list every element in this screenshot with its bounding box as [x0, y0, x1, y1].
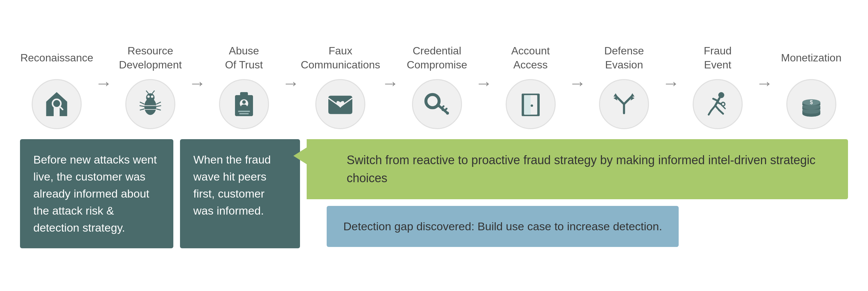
main-container: Reconaissance → ResourceDevelopment [20, 43, 848, 248]
house-search-icon [42, 89, 72, 119]
arrow-3: → [281, 43, 301, 93]
stage-account-access-circle [506, 79, 556, 129]
stage-faux-communications-circle [315, 79, 365, 129]
stage-monetization-circle: $ [786, 79, 836, 129]
green-banner-text: Switch from reactive to proactive fraud … [347, 151, 822, 187]
arrow-5: → [474, 43, 494, 93]
svg-marker-41 [630, 93, 635, 96]
bug-icon [135, 89, 165, 119]
green-banner: Switch from reactive to proactive fraud … [307, 139, 848, 199]
stage-defense-evasion: Defense Evasion [587, 43, 661, 129]
stage-abuse-of-trust-label: AbuseOf Trust [225, 43, 263, 73]
fork-arrows-icon [609, 89, 639, 119]
stage-reconaissance: Reconaissance [20, 43, 94, 129]
stage-resource-development: ResourceDevelopment [114, 43, 187, 129]
svg-line-7 [152, 90, 154, 93]
key-icon [422, 89, 452, 119]
info-box-fraud-wave: When the fraud wave hit peers first, cus… [180, 139, 300, 248]
svg-rect-17 [240, 92, 248, 98]
stage-defense-evasion-circle [599, 79, 649, 129]
svg-point-20 [241, 104, 247, 109]
arrow-1: → [94, 43, 114, 93]
svg-line-46 [711, 106, 715, 111]
info-box-before-attacks-text: Before new attacks went live, the custom… [33, 153, 157, 234]
svg-line-13 [156, 109, 161, 110]
stage-fraud-event-label: FraudEvent [704, 43, 732, 73]
svg-line-10 [140, 109, 145, 110]
blue-box: Detection gap discovered: Build use case… [327, 206, 679, 247]
svg-line-49 [719, 110, 723, 114]
svg-line-12 [156, 106, 161, 107]
svg-point-4 [147, 95, 150, 97]
svg-point-33 [531, 104, 533, 107]
svg-line-45 [717, 102, 721, 104]
stage-faux-communications-label: FauxCommunications [301, 43, 380, 73]
info-row: Before new attacks went live, the custom… [20, 139, 848, 248]
stage-credential-compromise-label: CredentialCompromise [407, 43, 467, 73]
info-box-before-attacks: Before new attacks went live, the custom… [20, 139, 173, 248]
running-person-icon [703, 89, 733, 119]
stage-monetization-label: Monetization [781, 43, 841, 73]
svg-point-27 [437, 104, 440, 107]
svg-marker-40 [614, 93, 618, 96]
stage-resource-development-label: ResourceDevelopment [119, 43, 182, 73]
svg-text:$: $ [810, 99, 813, 105]
svg-point-3 [146, 93, 154, 101]
info-box-fraud-wave-text: When the fraud wave hit peers first, cus… [193, 153, 271, 217]
svg-point-28 [441, 108, 444, 111]
coins-icon: $ [796, 89, 826, 119]
svg-rect-32 [524, 95, 531, 115]
arrow-7: → [661, 43, 681, 93]
stage-fraud-event: FraudEvent [681, 43, 755, 129]
svg-point-5 [151, 95, 153, 97]
stages-row: Reconaissance → ResourceDevelopment [20, 43, 848, 129]
svg-point-19 [242, 100, 246, 104]
right-section: Switch from reactive to proactive fraud … [307, 139, 848, 248]
svg-line-36 [624, 96, 632, 104]
stage-reconaissance-label: Reconaissance [20, 43, 93, 73]
svg-line-11 [156, 102, 161, 104]
stage-resource-development-circle [125, 79, 175, 129]
stage-reconaissance-circle [32, 79, 82, 129]
stage-monetization: Monetization $ [774, 43, 848, 129]
stage-abuse-of-trust: AbuseOf Trust [207, 43, 281, 129]
stage-account-access-label: AccountAccess [512, 43, 550, 73]
stage-abuse-of-trust-circle [219, 79, 269, 129]
blue-box-text: Detection gap discovered: Build use case… [343, 220, 662, 233]
badge-icon [229, 89, 259, 119]
svg-line-26 [444, 109, 446, 111]
svg-point-29 [446, 112, 449, 114]
arrow-6: → [567, 43, 587, 93]
arrow-8: → [754, 43, 774, 93]
svg-line-47 [709, 111, 711, 114]
envelope-heart-icon [326, 89, 355, 119]
stage-credential-compromise: CredentialCompromise [400, 43, 474, 129]
arrow-2: → [187, 43, 207, 93]
svg-rect-22 [239, 113, 249, 114]
svg-line-44 [713, 98, 718, 101]
svg-line-6 [146, 90, 148, 93]
stage-defense-evasion-label: Defense Evasion [587, 43, 661, 73]
stage-credential-compromise-circle [412, 79, 462, 129]
svg-line-9 [140, 106, 144, 107]
svg-rect-21 [238, 111, 250, 112]
svg-line-35 [617, 96, 624, 104]
arrow-4: → [380, 43, 400, 93]
door-icon [516, 89, 546, 119]
svg-line-8 [140, 102, 145, 104]
stage-fraud-event-circle [693, 79, 743, 129]
stage-faux-communications: FauxCommunications [301, 43, 380, 129]
stage-account-access: AccountAccess [494, 43, 567, 129]
